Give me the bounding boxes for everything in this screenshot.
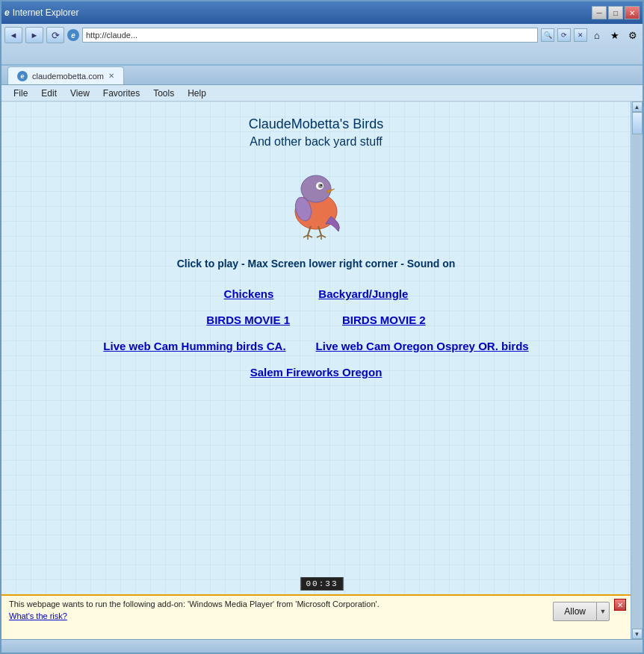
- live-cam-humming-link[interactable]: Live web Cam Humming birds CA.: [103, 340, 285, 352]
- tools-icon[interactable]: ⚙: [626, 28, 640, 42]
- ie-favicon: e: [67, 29, 79, 41]
- info-bar: ✕ This webpage wants to run the followin…: [1, 594, 631, 639]
- svg-point-1: [301, 175, 331, 202]
- address-input[interactable]: [82, 28, 538, 43]
- title-bar-left: e Internet Explorer: [4, 7, 78, 18]
- refresh-button[interactable]: ⟳: [46, 27, 64, 43]
- window-close-button[interactable]: ✕: [625, 6, 640, 19]
- webcam-row: Live web Cam Humming birds CA. Live web …: [103, 340, 528, 352]
- tab-favicon: e: [17, 71, 28, 81]
- media-counter: 00:33: [300, 577, 343, 591]
- allow-dropdown-button[interactable]: ▼: [596, 602, 610, 621]
- favorites-icon[interactable]: ★: [608, 28, 622, 42]
- tab-favicon-label: e: [20, 72, 24, 80]
- tab-close-button[interactable]: ✕: [108, 72, 114, 80]
- scroll-track[interactable]: [632, 112, 643, 629]
- toolbar-right: ⌂ ★ ⚙: [590, 28, 640, 42]
- refresh-addr-button[interactable]: ⟳: [557, 28, 571, 42]
- page-subtitle: And other back yard stuff: [250, 135, 383, 149]
- scroll-down-button[interactable]: ▼: [632, 629, 643, 639]
- menu-file[interactable]: File: [7, 87, 34, 100]
- info-bar-message: This webpage wants to run the following …: [9, 599, 383, 610]
- stop-addr-button[interactable]: ✕: [574, 28, 587, 42]
- allow-button[interactable]: Allow: [553, 602, 596, 621]
- birds-movie-1-link[interactable]: BIRDS MOVIE 1: [206, 314, 290, 326]
- fireworks-row: Salem Fireworks Oregon: [250, 366, 383, 379]
- chickens-link[interactable]: Chickens: [224, 287, 274, 300]
- scrollbar-right[interactable]: ▲ ▼: [631, 102, 643, 639]
- webpage-content: ClaudeMobetta's Birds And other back yar…: [1, 102, 631, 639]
- scroll-thumb[interactable]: [632, 112, 643, 134]
- search-button[interactable]: 🔍: [541, 28, 554, 42]
- menu-edit[interactable]: Edit: [35, 87, 63, 100]
- tab-label: claudemobetta.com: [32, 72, 104, 81]
- svg-line-8: [303, 235, 308, 237]
- page-title: ClaudeMobetta's Birds: [249, 116, 384, 132]
- menu-view[interactable]: View: [64, 87, 96, 100]
- forward-button[interactable]: ►: [25, 27, 43, 43]
- svg-point-5: [321, 184, 322, 186]
- play-instructions: Click to play - Max Screen lower right c…: [177, 258, 456, 270]
- title-bar-controls: ─ □ ✕: [592, 6, 640, 19]
- salem-fireworks-link[interactable]: Salem Fireworks Oregon: [250, 366, 383, 379]
- scroll-up-button[interactable]: ▲: [632, 102, 643, 112]
- tabs-row: e claudemobetta.com ✕: [1, 66, 643, 85]
- info-bar-actions: Allow ▼: [553, 602, 610, 621]
- ie-logo-icon: e: [4, 7, 10, 18]
- backyard-jungle-link[interactable]: Backyard/Jungle: [318, 287, 408, 300]
- status-bar: [1, 639, 643, 653]
- whats-the-risk-link[interactable]: What's the risk?: [9, 611, 623, 620]
- ie-favicon-label: e: [71, 31, 75, 40]
- menu-bar: File Edit View Favorites Tools Help: [1, 85, 643, 102]
- bird-svg: [275, 161, 357, 243]
- menu-tools[interactable]: Tools: [147, 87, 180, 100]
- live-cam-osprey-link[interactable]: Live web Cam Oregon Osprey OR. birds: [316, 340, 529, 352]
- maximize-button[interactable]: □: [608, 6, 623, 19]
- back-button[interactable]: ◄: [4, 27, 22, 43]
- bird-image: [275, 161, 357, 243]
- svg-point-4: [318, 184, 323, 188]
- window-title: Internet Explorer: [13, 7, 79, 18]
- menu-favorites[interactable]: Favorites: [97, 87, 146, 100]
- chickens-backyard-row: Chickens Backyard/Jungle: [224, 287, 409, 300]
- svg-line-11: [317, 235, 321, 237]
- tab-claudemobetta[interactable]: e claudemobetta.com ✕: [7, 66, 124, 84]
- info-bar-close-button[interactable]: ✕: [614, 599, 626, 611]
- nav-row: ◄ ► ⟳ e 🔍 ⟳ ✕ ⌂ ★ ⚙: [4, 25, 640, 45]
- address-bar-area: ◄ ► ⟳ e 🔍 ⟳ ✕ ⌂ ★ ⚙: [1, 24, 643, 66]
- svg-line-10: [308, 235, 312, 237]
- birds-movie-2-link[interactable]: BIRDS MOVIE 2: [342, 314, 426, 326]
- browser-content: ▲ ▼ ClaudeMobetta's Birds And other back…: [1, 102, 643, 639]
- title-bar: e Internet Explorer ─ □ ✕: [1, 1, 643, 24]
- movies-row: BIRDS MOVIE 1 BIRDS MOVIE 2: [206, 314, 425, 326]
- minimize-button[interactable]: ─: [592, 6, 607, 19]
- menu-help[interactable]: Help: [182, 87, 212, 100]
- home-icon[interactable]: ⌂: [590, 28, 604, 42]
- svg-line-13: [321, 235, 326, 237]
